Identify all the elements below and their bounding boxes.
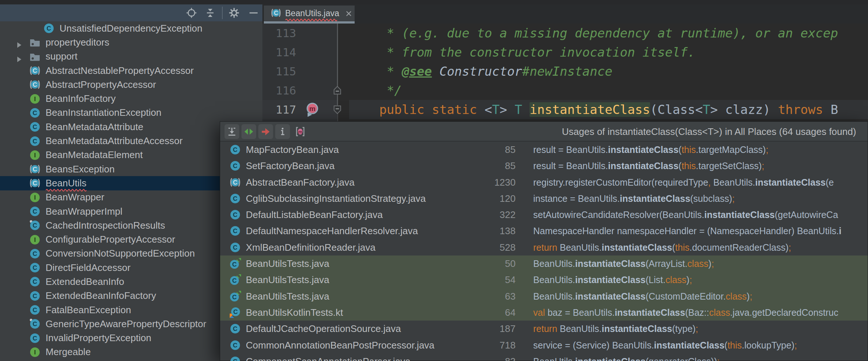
tree-item-beaninfofactory[interactable]: IBeanInfoFactory: [0, 92, 262, 106]
line-number-117[interactable]: 117: [262, 100, 337, 119]
class-icon: C: [229, 225, 241, 237]
code-line-117[interactable]: public static <T> T instantiateClass(Cla…: [349, 100, 868, 119]
class-icon: C: [229, 193, 241, 204]
line-number-114[interactable]: 114: [262, 43, 337, 62]
abstract-class-icon: C: [270, 7, 281, 20]
fold-up-icon[interactable]: [332, 85, 342, 96]
class-icon: C: [43, 22, 55, 34]
code-line-114[interactable]: * from the constructor invocation itself…: [349, 43, 868, 62]
usage-row-mapfactorybean.java-85[interactable]: CMapFactoryBean.java85result = BeanUtils…: [220, 142, 868, 158]
tree-item-abstractpropertyaccessor[interactable]: CAbstractPropertyAccessor: [0, 78, 262, 92]
token-pln: > clazz): [710, 102, 778, 117]
usage-file-name: BeanUtilsKotlinTests.kt: [246, 304, 343, 321]
class-icon: C: [29, 332, 41, 344]
tree-item-label: BeanMetadataElement: [46, 149, 143, 161]
find-usages-popup: m Usages of instantiateClass(Class<T>) i…: [220, 121, 868, 361]
usage-line-number: 528: [455, 239, 516, 255]
usage-row-beanutilstests.java-54[interactable]: CBeanUtilsTests.java54BeanUtils.instanti…: [220, 272, 868, 288]
rerun-search-icon[interactable]: [258, 124, 273, 139]
usages-list[interactable]: CMapFactoryBean.java85result = BeanUtils…: [220, 142, 868, 361]
class-icon: C: [29, 262, 41, 274]
usage-row-commonannotationbeanpostprocessor.java-718[interactable]: CCommonAnnotationBeanPostProcessor.java7…: [220, 337, 868, 353]
token-pln: B: [823, 102, 838, 117]
usage-line-number: 187: [455, 321, 516, 337]
svg-text:C: C: [47, 25, 51, 32]
tree-item-label: FatalBeanException: [46, 304, 131, 316]
usage-row-beanutilstests.java-50[interactable]: CBeanUtilsTests.java50BeanUtils.instanti…: [220, 255, 868, 272]
usage-row-xmlbeandefinitionreader.java-528[interactable]: CXmlBeanDefinitionReader.java528return B…: [220, 239, 868, 255]
line-number-113[interactable]: 113: [262, 24, 337, 43]
usage-row-beanutilskotlintests.kt-64[interactable]: CBeanUtilsKotlinTests.kt64val baz = Bean…: [220, 304, 868, 321]
editor-code[interactable]: * (e.g. due to a missing dependency at r…: [349, 24, 868, 121]
token-cmt: #newInstance: [522, 64, 613, 79]
usage-file-name: BeanUtilsTests.java: [246, 288, 329, 304]
tree-item-unsatisfieddependencyexception[interactable]: CUnsatisfiedDependencyException: [0, 21, 262, 35]
svg-text:I: I: [34, 96, 36, 103]
token-cmt: */: [349, 83, 402, 98]
line-number-115[interactable]: 115: [262, 62, 337, 81]
tree-item-support[interactable]: support: [0, 50, 262, 64]
tree-item-label: support: [46, 51, 78, 62]
usage-row-componentscanannotationparser.java-83[interactable]: CComponentScanAnnotationParser.java83Bea…: [220, 353, 868, 361]
svg-text:C: C: [233, 195, 237, 202]
usage-row-defaultnamespacehandlerresolver.java-138[interactable]: CDefaultNamespaceHandlerResolver.java138…: [220, 223, 868, 239]
svg-text:m: m: [309, 105, 316, 112]
tree-item-label: AbstractNestablePropertyAccessor: [46, 65, 194, 76]
window-top-strip: [0, 0, 868, 4]
usage-line-number: 63: [455, 288, 516, 304]
tree-item-label: CachedIntrospectionResults: [46, 220, 165, 231]
hide-panel-icon[interactable]: [248, 7, 259, 19]
class-icon: C: [29, 107, 41, 119]
merge-usages-icon[interactable]: [241, 124, 256, 139]
tree-item-label: ConversionNotSupportedException: [46, 248, 195, 259]
svg-text:C: C: [233, 342, 237, 349]
svg-text:I: I: [34, 152, 36, 159]
svg-text:C: C: [33, 67, 37, 74]
locate-icon[interactable]: [186, 7, 197, 19]
tree-item-label: BeanWrapperImpl: [46, 206, 122, 217]
svg-text:C: C: [33, 250, 37, 257]
abstract-class-icon: C: [29, 163, 41, 175]
tree-item-label: BeanUtils: [46, 178, 86, 189]
usage-file-name: AbstractBeanFactory.java: [246, 174, 355, 190]
open-in-toolwindow-icon[interactable]: [225, 124, 239, 139]
close-icon[interactable]: [344, 9, 353, 18]
interface-icon: I: [29, 192, 41, 203]
interface-icon: I: [29, 93, 41, 105]
collapse-all-icon[interactable]: [204, 7, 216, 19]
usage-row-abstractbeanfactory.java-1230[interactable]: CAbstractBeanFactory.java1230registry.re…: [220, 174, 868, 190]
tree-item-beaninstantiationexception[interactable]: CBeanInstantiationException: [0, 106, 262, 120]
tab-beanutils-java[interactable]: C BeanUtils.java: [264, 6, 355, 21]
tree-item-propertyeditors[interactable]: propertyeditors: [0, 35, 262, 49]
usage-row-defaultlistablebeanfactory.java-322[interactable]: CDefaultListableBeanFactory.java322setAu…: [220, 207, 868, 223]
usage-code-preview: result = BeanUtils.instantiateClass(this…: [533, 158, 868, 174]
code-line-113[interactable]: * (e.g. due to a missing dependency at r…: [349, 24, 868, 43]
code-line-116[interactable]: */: [349, 81, 868, 100]
svg-text:I: I: [34, 194, 36, 201]
svg-text:C: C: [33, 321, 37, 328]
usage-row-beanutilstests.java-63[interactable]: CBeanUtilsTests.java63BeanUtils.instanti…: [220, 288, 868, 304]
usage-row-setfactorybean.java-85[interactable]: CSetFactoryBean.java85result = BeanUtils…: [220, 158, 868, 174]
svg-text:C: C: [33, 278, 37, 285]
svg-text:C: C: [33, 293, 37, 300]
code-editor[interactable]: 113114115116117 * (e.g. due to a missing…: [262, 24, 868, 121]
class-icon: C: [29, 276, 41, 287]
class-icon: C: [229, 355, 241, 361]
usage-file-name: CglibSubclassingInstantiationStrategy.ja…: [246, 190, 426, 207]
token-ref: Constructor: [432, 64, 522, 79]
method-usages-icon[interactable]: m: [304, 101, 320, 118]
tree-item-label: UnsatisfiedDependencyException: [60, 23, 202, 34]
method-scope-icon[interactable]: m: [293, 124, 308, 139]
usage-row-cglibsubclassinginstantiationstrategy.java-120[interactable]: CCglibSubclassingInstantiationStrategy.j…: [220, 190, 868, 207]
code-line-115[interactable]: * @see Constructor#newInstance: [349, 62, 868, 81]
svg-text:C: C: [233, 308, 238, 315]
settings-icon[interactable]: [228, 7, 240, 19]
show-options-icon[interactable]: [275, 124, 290, 139]
token-kw: throws: [778, 102, 823, 117]
usage-row-defaultjcacheoperationsource.java-187[interactable]: CDefaultJCacheOperationSource.java187ret…: [220, 321, 868, 337]
editor-gutter[interactable]: 113114115116117: [262, 24, 338, 121]
fold-down-icon[interactable]: [332, 104, 342, 115]
line-number-116[interactable]: 116: [262, 81, 337, 100]
svg-text:C: C: [33, 138, 37, 145]
tree-item-abstractnestablepropertyaccessor[interactable]: CAbstractNestablePropertyAccessor: [0, 64, 262, 78]
